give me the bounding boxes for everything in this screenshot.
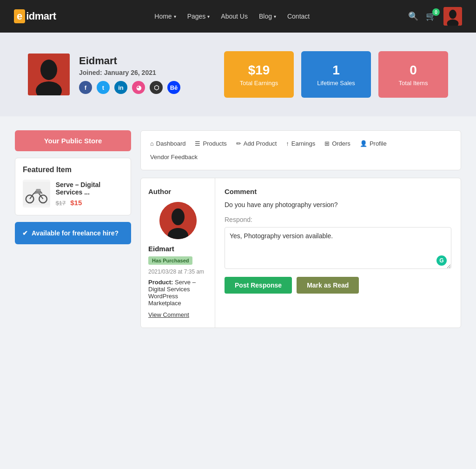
chevron-icon: ▾ — [274, 14, 276, 19]
earnings-value: $19 — [248, 63, 270, 78]
svg-rect-9 — [36, 189, 40, 191]
logo-e: e — [14, 9, 25, 23]
chevron-icon: ▾ — [207, 14, 210, 19]
nav-contact[interactable]: Contact — [287, 13, 310, 20]
product-reference: Product: Serve – Digital Services WordPr… — [148, 279, 207, 307]
nav-icons: 🔍 🛒 0 — [408, 7, 462, 26]
main-content: Your Public Store Featured Item — [6, 130, 470, 328]
dashboard-nav-items: ⌂ Dashboard ☰ Products ✏ Add Product ↑ E… — [150, 138, 451, 162]
nav-menu: Home ▾ Pages ▾ About Us Blog ▾ Contact — [154, 13, 310, 20]
stat-items: 0 Total Items — [378, 51, 448, 98]
nav-orders[interactable]: ⊞ Orders — [324, 138, 350, 149]
comment-content-panel: Comment Do you have any photography vers… — [215, 178, 461, 328]
author-name: Eidmart — [148, 245, 207, 253]
nav-products[interactable]: ☰ Products — [195, 138, 226, 149]
featured-thumbnail[interactable] — [23, 180, 50, 208]
featured-title: Featured Item — [23, 166, 123, 174]
linkedin-icon[interactable]: in — [114, 81, 127, 94]
nav-dashboard[interactable]: ⌂ Dashboard — [150, 138, 185, 149]
profile-name: Eidmart — [79, 55, 180, 67]
featured-item: Serve – Digital Services ... $17 $15 — [23, 180, 123, 208]
nav-add-product[interactable]: ✏ Add Product — [236, 138, 277, 149]
comment-date: 2021/03/28 at 7:35 am — [148, 268, 207, 275]
old-price: $17 — [56, 200, 66, 207]
chevron-icon: ▾ — [174, 14, 176, 19]
earnings-label: Total Earnings — [240, 80, 278, 87]
featured-item-info: Serve – Digital Services ... $17 $15 — [56, 181, 123, 207]
author-title: Author — [148, 188, 207, 195]
nav-vendor-feedback[interactable]: Vendor Feedback — [150, 152, 198, 162]
svg-point-4 — [40, 60, 57, 80]
author-avatar — [159, 202, 197, 239]
profile-avatar — [28, 54, 70, 95]
author-panel: Author Eidmart Has Purchased 2021/03/28 … — [141, 178, 215, 328]
logo[interactable]: e idmart — [14, 9, 56, 23]
twitter-icon[interactable]: t — [97, 81, 110, 94]
dashboard-panel: ⌂ Dashboard ☰ Products ✏ Add Product ↑ E… — [140, 130, 461, 328]
sidebar: Your Public Store Featured Item — [15, 130, 131, 328]
featured-item-name: Serve – Digital Services ... — [56, 181, 123, 196]
nav-profile[interactable]: 👤 Profile — [360, 138, 387, 149]
respond-textarea[interactable]: Yes, Photography version available. — [225, 227, 451, 269]
respond-label: Respond: — [225, 216, 451, 223]
profile-details: Eidmart Joined: January 26, 2021 f t in … — [79, 55, 180, 94]
comment-header: Comment — [225, 188, 451, 195]
dashboard-nav: ⌂ Dashboard ☰ Products ✏ Add Product ↑ E… — [140, 130, 461, 170]
freelance-button[interactable]: ✔ Available for freelance hire? — [15, 222, 131, 244]
stat-earnings: $19 Total Earnings — [224, 51, 294, 98]
freelance-text: Available for freelance hire? — [32, 229, 119, 237]
behance-icon[interactable]: Bē — [167, 81, 180, 94]
svg-point-1 — [449, 10, 456, 19]
comment-text: Do you have any photography version? — [225, 201, 451, 208]
social-icons: f t in ◕ ⬡ Bē — [79, 81, 180, 94]
nav-earnings[interactable]: ↑ Earnings — [286, 138, 315, 149]
facebook-icon[interactable]: f — [79, 81, 92, 94]
items-label: Total Items — [399, 80, 428, 87]
comment-section: Author Eidmart Has Purchased 2021/03/28 … — [140, 178, 461, 328]
logo-text: idmart — [26, 10, 56, 22]
svg-point-11 — [172, 208, 185, 225]
items-value: 0 — [410, 63, 417, 78]
mark-as-read-button[interactable]: Mark as Read — [297, 277, 359, 294]
new-price: $15 — [70, 199, 82, 207]
sales-value: 1 — [332, 63, 340, 78]
search-icon[interactable]: 🔍 — [408, 11, 418, 21]
profile-info: Eidmart Joined: January 26, 2021 f t in … — [28, 54, 180, 95]
nav-blog[interactable]: Blog ▾ — [259, 13, 276, 20]
textarea-wrapper: Yes, Photography version available. G — [225, 227, 451, 270]
cart-badge: 0 — [432, 8, 440, 16]
cart-icon[interactable]: 🛒 0 — [426, 11, 436, 21]
github-icon[interactable]: ⬡ — [150, 81, 163, 94]
profile-header: Eidmart Joined: January 26, 2021 f t in … — [0, 33, 476, 116]
checkmark-icon: ✔ — [22, 229, 28, 237]
profile-joined: Joined: January 26, 2021 — [79, 69, 180, 76]
nav-home[interactable]: Home ▾ — [154, 13, 176, 20]
post-response-button[interactable]: Post Response — [225, 277, 292, 294]
view-comment-link[interactable]: View Comment — [148, 311, 207, 318]
sales-label: Lifetime Sales — [317, 80, 355, 87]
nav-pages[interactable]: Pages ▾ — [187, 13, 210, 20]
dribbble-icon[interactable]: ◕ — [132, 81, 145, 94]
public-store-button[interactable]: Your Public Store — [15, 130, 131, 151]
user-avatar[interactable] — [443, 7, 462, 26]
action-buttons: Post Response Mark as Read — [225, 277, 451, 294]
featured-price: $17 $15 — [56, 199, 123, 207]
navbar: e idmart Home ▾ Pages ▾ About Us Blog ▾ … — [0, 0, 476, 33]
has-purchased-badge: Has Purchased — [148, 256, 192, 265]
nav-about[interactable]: About Us — [221, 13, 248, 20]
featured-box: Featured Item Serve – Digital Services .… — [15, 158, 131, 215]
stats-section: $19 Total Earnings 1 Lifetime Sales 0 To… — [224, 51, 448, 98]
grammarly-icon: G — [436, 255, 447, 266]
stat-sales: 1 Lifetime Sales — [301, 51, 371, 98]
